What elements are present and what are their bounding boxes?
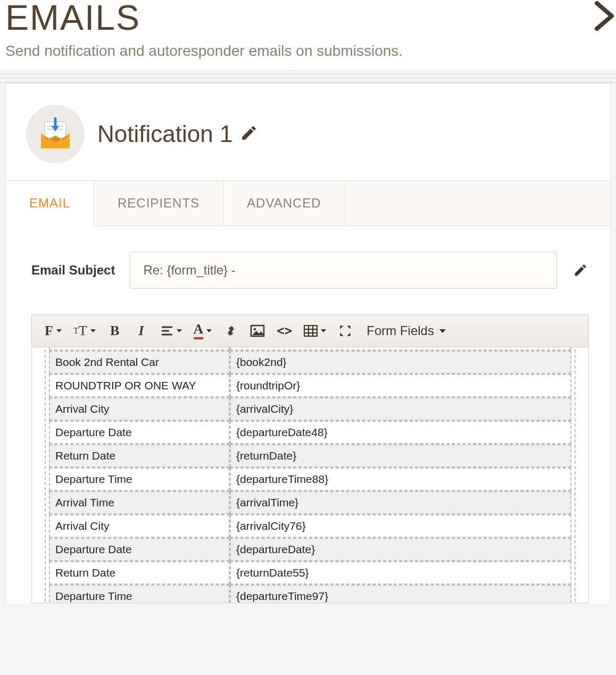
notification-panel: Notification 1 EMAIL RECIPIENTS ADVANCED… xyxy=(5,83,611,603)
tab-email[interactable]: EMAIL xyxy=(6,181,94,226)
email-outer-table: Book Rental Car for:{bookRental33}Book 2… xyxy=(45,347,576,603)
field-value-cell[interactable]: {departureTime88} xyxy=(230,468,571,491)
field-label-cell[interactable]: Arrival City xyxy=(49,514,230,538)
field-label-cell[interactable]: Arrival Time xyxy=(49,491,230,514)
table-row: Arrival City{arrivalCity76} xyxy=(49,514,571,538)
rich-text-editor: F TT B I A <> Form Fields xyxy=(31,314,589,603)
fullscreen-button[interactable] xyxy=(335,320,356,341)
italic-button[interactable]: I xyxy=(131,320,152,341)
table-row: ROUNDTRIP OR ONE WAY{roundtripOr} xyxy=(49,374,571,397)
divider-stripe xyxy=(0,70,616,83)
field-value-cell[interactable]: {departureDate} xyxy=(230,538,571,561)
subject-edit-button[interactable] xyxy=(572,263,589,278)
field-value-cell[interactable]: {departureTime97} xyxy=(230,585,571,603)
bold-button[interactable]: B xyxy=(104,320,126,341)
field-label-cell[interactable]: Departure Date xyxy=(49,538,230,561)
field-value-cell[interactable]: {arrivalCity76} xyxy=(230,514,571,538)
table-row: Return Date{returnDate55} xyxy=(49,561,571,585)
table-button[interactable] xyxy=(301,320,329,341)
form-fields-dropdown[interactable]: Form Fields xyxy=(361,320,451,341)
field-label-cell[interactable]: Departure Date xyxy=(49,421,230,444)
field-value-cell[interactable]: {returnDate} xyxy=(230,444,571,468)
field-label-cell[interactable]: ROUNDTRIP OR ONE WAY xyxy=(49,374,230,397)
table-row: Departure Time{departureTime88} xyxy=(49,468,571,491)
svg-rect-10 xyxy=(304,326,317,336)
table-row: Arrival City{arrivalCity} xyxy=(49,397,571,421)
table-row: Departure Date{departureDate} xyxy=(49,538,571,561)
font-size-button[interactable]: TT xyxy=(70,320,99,341)
email-notification-icon xyxy=(26,105,85,163)
subject-input[interactable] xyxy=(130,252,557,289)
field-value-cell[interactable]: {returnDate55} xyxy=(230,561,571,585)
text-color-button[interactable]: A xyxy=(190,320,215,341)
panel-header: Notification 1 xyxy=(6,84,610,180)
font-family-button[interactable]: F xyxy=(41,320,65,341)
field-label-cell[interactable]: Departure Time xyxy=(49,468,230,491)
editor-body[interactable]: Book Rental Car for:{bookRental33}Book 2… xyxy=(32,347,588,603)
table-row: Return Date{returnDate} xyxy=(49,444,571,468)
field-label-cell[interactable]: Return Date xyxy=(49,444,230,468)
tab-advanced[interactable]: ADVANCED xyxy=(223,181,345,226)
field-label-cell[interactable]: Arrival City xyxy=(49,397,230,421)
next-arrow[interactable] xyxy=(594,0,616,32)
table-row: Book 2nd Rental Car{book2nd} xyxy=(49,351,571,374)
page-header: EMAILS Send notification and autorespond… xyxy=(0,0,616,70)
subject-label: Email Subject xyxy=(31,263,115,278)
table-row: Arrival Time{arrivalTime} xyxy=(49,491,571,514)
email-fields-table: Book Rental Car for:{bookRental33}Book 2… xyxy=(49,347,571,603)
field-label-cell[interactable]: Return Date xyxy=(49,561,230,585)
field-value-cell[interactable]: {arrivalTime} xyxy=(230,491,571,514)
field-label-cell[interactable]: Book 2nd Rental Car xyxy=(49,351,230,374)
source-code-button[interactable]: <> xyxy=(273,320,295,341)
align-button[interactable] xyxy=(157,320,185,341)
page-subtitle: Send notification and autoresponder emai… xyxy=(5,43,611,60)
notification-title: Notification 1 xyxy=(97,121,232,147)
svg-point-9 xyxy=(254,328,256,330)
field-value-cell[interactable]: {book2nd} xyxy=(230,351,571,374)
tab-recipients[interactable]: RECIPIENTS xyxy=(94,181,223,226)
edit-title-button[interactable] xyxy=(240,124,258,144)
field-label-cell[interactable]: Departure Time xyxy=(49,585,230,603)
link-button[interactable] xyxy=(220,320,242,341)
image-button[interactable] xyxy=(247,320,268,341)
field-value-cell[interactable]: {departureDate48} xyxy=(230,421,571,444)
field-value-cell[interactable]: {roundtripOr} xyxy=(230,374,571,397)
table-row: Departure Time{departureTime97} xyxy=(49,585,571,603)
subject-row: Email Subject xyxy=(6,226,610,299)
tab-spacer xyxy=(345,181,610,226)
tabs: EMAIL RECIPIENTS ADVANCED xyxy=(6,180,610,226)
table-row: Departure Date{departureDate48} xyxy=(49,421,571,444)
page-title: EMAILS xyxy=(5,0,611,35)
editor-toolbar: F TT B I A <> Form Fields xyxy=(32,315,588,347)
field-value-cell[interactable]: {arrivalCity} xyxy=(230,397,571,421)
